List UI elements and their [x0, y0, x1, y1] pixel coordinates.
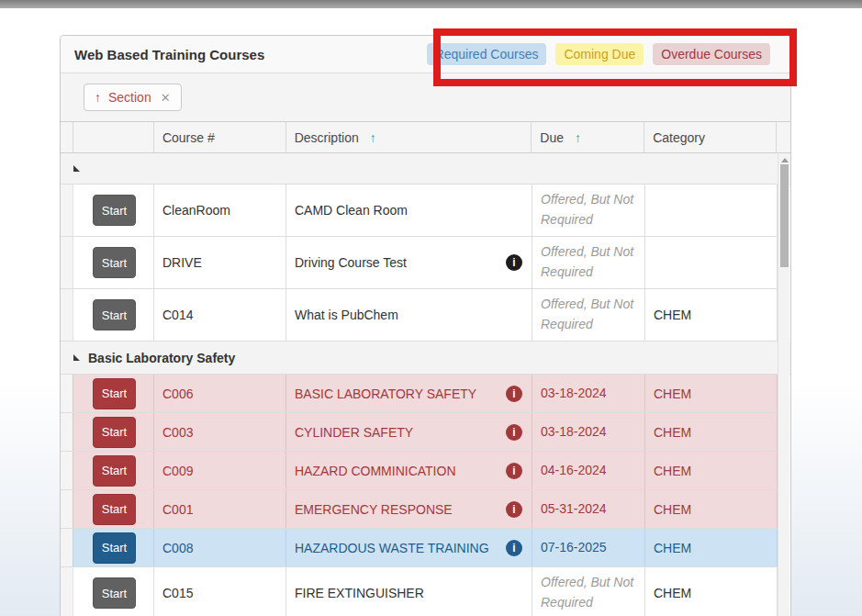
column-header-due-label: Due: [540, 130, 564, 145]
column-header-course[interactable]: Course #: [154, 122, 286, 152]
sort-ascending-icon: ↑: [575, 130, 581, 145]
category: CHEM: [645, 375, 778, 412]
column-header-due[interactable]: Due ↑: [532, 122, 644, 152]
table-row: Start CleanRoom CAMD Clean Room Offered,…: [61, 185, 778, 237]
sort-ascending-icon: ↑: [370, 130, 376, 145]
info-icon[interactable]: [506, 424, 522, 441]
start-button[interactable]: Start: [93, 299, 136, 330]
table-row: Start DRIVE Driving Course Test Offered,…: [61, 237, 778, 289]
remove-group-icon[interactable]: ✕: [161, 91, 171, 105]
table-row: Start C003 CYLINDER SAFETY 03-18-2024 CH…: [61, 413, 778, 452]
start-button[interactable]: Start: [93, 247, 136, 278]
group-header-row[interactable]: [61, 153, 790, 185]
page-title: Web Based Training Courses: [74, 47, 264, 62]
category: CHEM: [645, 452, 778, 489]
due-date: Offered, But Not Required: [541, 573, 644, 612]
table-row: Start C008 HAZARDOUS WASTE TRAINING 07-1…: [61, 529, 778, 567]
course-number: C014: [154, 289, 286, 341]
scrollbar-thumb[interactable]: [780, 164, 789, 267]
category: CHEM: [645, 289, 778, 341]
start-button[interactable]: Start: [93, 455, 136, 487]
sort-ascending-icon[interactable]: ↑: [95, 90, 101, 105]
start-button[interactable]: Start: [93, 417, 136, 448]
due-date: 05-31-2024: [532, 490, 645, 528]
start-button[interactable]: Start: [93, 532, 136, 564]
group-indent-cell: [61, 413, 73, 451]
course-description: CAMD Clean Room: [295, 203, 522, 218]
course-number: C008: [154, 529, 286, 566]
column-header-category[interactable]: Category: [644, 122, 777, 152]
category: CHEM: [645, 529, 778, 566]
start-button[interactable]: Start: [93, 195, 136, 226]
group-chip-label: Section: [108, 90, 151, 105]
due-date: 04-16-2024: [532, 452, 645, 489]
course-number: C003: [154, 413, 286, 451]
category: [645, 185, 778, 236]
course-description: EMERGENCY RESPONSE: [295, 502, 506, 517]
course-description: CYLINDER SAFETY: [295, 425, 506, 440]
info-icon[interactable]: [506, 540, 522, 556]
start-button[interactable]: Start: [93, 577, 136, 609]
start-button[interactable]: Start: [93, 378, 136, 409]
vertical-scrollbar[interactable]: [778, 153, 789, 616]
header-scrollbar-spacer: [777, 122, 790, 152]
course-description: HAZARDOUS WASTE TRAINING: [295, 541, 506, 555]
collapse-group-icon[interactable]: [73, 165, 80, 172]
course-description: What is PubChem: [295, 308, 522, 322]
group-indent-cell: [61, 529, 73, 566]
due-date: 03-18-2024: [532, 413, 645, 451]
category: CHEM: [645, 490, 778, 528]
course-description: FIRE EXTINGUISHER: [295, 586, 522, 600]
table-header-row: Course # Description ↑ Due ↑ Category: [61, 121, 790, 153]
legend-coming-due: Coming Due: [555, 43, 644, 65]
course-number: C009: [154, 452, 286, 489]
legend-required-courses: Required Courses: [427, 43, 547, 65]
info-icon[interactable]: [506, 501, 522, 518]
course-number: DRIVE: [154, 237, 286, 288]
due-date: Offered, But Not Required: [541, 242, 644, 282]
grouping-toolbar: ↑ Section ✕: [61, 73, 790, 121]
course-number: C006: [154, 375, 286, 412]
info-icon[interactable]: [506, 386, 522, 402]
group-indent-cell: [61, 185, 73, 236]
group-indent-cell: [61, 375, 73, 412]
start-button[interactable]: Start: [93, 494, 136, 525]
group-indent-cell: [61, 490, 73, 528]
column-header-description-label: Description: [295, 130, 359, 145]
course-number: CleanRoom: [154, 185, 286, 236]
panel-header: Web Based Training Courses Required Cour…: [61, 36, 790, 73]
category: CHEM: [645, 567, 778, 616]
course-description: BASIC LABORATORY SAFETY: [295, 386, 506, 401]
legend-overdue-courses: Overdue Courses: [653, 43, 770, 65]
collapse-group-icon[interactable]: [73, 354, 80, 361]
category: CHEM: [645, 413, 778, 451]
section-group-chip[interactable]: ↑ Section ✕: [84, 84, 182, 111]
table-row: Start C006 BASIC LABORATORY SAFETY 03-18…: [61, 375, 778, 413]
info-icon[interactable]: [506, 254, 522, 271]
course-number: C015: [154, 567, 286, 616]
group-indent-cell: [61, 237, 73, 288]
info-icon[interactable]: [506, 463, 522, 479]
table-row: Start C001 EMERGENCY RESPONSE 05-31-2024…: [61, 490, 778, 529]
table-row: Start C009 HAZARD COMMINICATION 04-16-20…: [61, 452, 778, 490]
due-date: 07-16-2025: [532, 529, 645, 566]
table-row: Start C015 FIRE EXTINGUISHER Offered, Bu…: [61, 567, 778, 616]
training-courses-panel: Web Based Training Courses Required Cour…: [60, 35, 791, 616]
header-action-column: [73, 122, 154, 152]
column-header-description[interactable]: Description ↑: [286, 122, 532, 152]
category: [645, 237, 778, 288]
due-date: Offered, But Not Required: [541, 190, 644, 230]
table-row: Start C014 What is PubChem Offered, But …: [61, 289, 778, 342]
group-name: Basic Laboratory Safety: [88, 351, 235, 365]
due-date: 03-18-2024: [532, 375, 645, 412]
group-indent-cell: [61, 452, 73, 489]
course-description: Driving Course Test: [295, 255, 506, 270]
header-group-column: [61, 122, 73, 152]
table-body: Start CleanRoom CAMD Clean Room Offered,…: [61, 153, 790, 616]
due-date: Offered, But Not Required: [541, 295, 644, 334]
course-description: HAZARD COMMINICATION: [295, 464, 506, 478]
group-header-row[interactable]: Basic Laboratory Safety: [61, 342, 790, 375]
group-indent-cell: [61, 567, 73, 616]
group-indent-cell: [61, 289, 73, 341]
scroll-up-icon[interactable]: [781, 158, 789, 162]
